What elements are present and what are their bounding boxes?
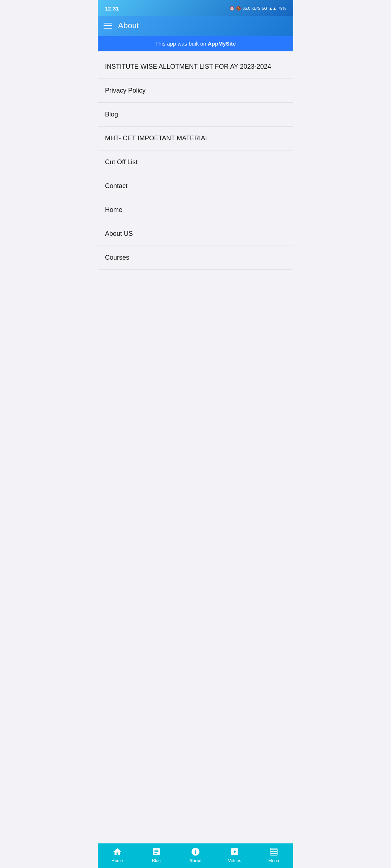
brand-name: AppMySite bbox=[208, 41, 236, 47]
banner-text: This app was built on AppMySite bbox=[155, 41, 236, 47]
page-title: About bbox=[118, 21, 139, 30]
menu-item-mht-cet[interactable]: MHT- CET IMPOETANT MATERIAL bbox=[98, 127, 293, 150]
menu-item-about-us[interactable]: About US bbox=[98, 222, 293, 246]
menu-item-cut-off-list[interactable]: Cut Off List bbox=[98, 150, 293, 174]
menu-item-blog[interactable]: Blog bbox=[98, 103, 293, 127]
hamburger-button[interactable] bbox=[104, 23, 112, 29]
app-header: About bbox=[98, 16, 293, 36]
signal-icon: ▲▲ bbox=[269, 6, 277, 10]
nav-label-videos: Videos bbox=[228, 858, 241, 863]
menu-item-contact[interactable]: Contact bbox=[98, 174, 293, 198]
menu-icon bbox=[269, 847, 279, 857]
menu-item-privacy-policy[interactable]: Privacy Policy bbox=[98, 79, 293, 103]
hamburger-line-1 bbox=[104, 23, 112, 24]
hamburger-line-3 bbox=[104, 28, 112, 29]
nav-item-about[interactable]: About bbox=[176, 847, 215, 863]
battery-icon: 79% bbox=[278, 6, 286, 10]
status-bar: 12:31 ⏰ 🔕 65.0 KB/S 5G ▲▲ 79% bbox=[98, 0, 293, 16]
nav-label-about: About bbox=[189, 858, 202, 863]
home-icon bbox=[112, 847, 122, 857]
promo-banner: This app was built on AppMySite bbox=[98, 36, 293, 51]
nav-item-blog[interactable]: Blog bbox=[137, 847, 176, 863]
menu-item-home[interactable]: Home bbox=[98, 198, 293, 222]
nav-item-menu[interactable]: Menu bbox=[254, 847, 293, 863]
blog-icon bbox=[151, 847, 161, 857]
nav-item-videos[interactable]: Videos bbox=[215, 847, 254, 863]
videos-icon bbox=[230, 847, 240, 857]
network-icon: 5G bbox=[262, 6, 268, 10]
nav-label-menu: Menu bbox=[268, 858, 279, 863]
nav-item-home[interactable]: Home bbox=[98, 847, 137, 863]
status-time: 12:31 bbox=[105, 5, 119, 12]
nav-label-home: Home bbox=[112, 858, 123, 863]
about-icon bbox=[190, 847, 201, 857]
mute-icon: 🔕 bbox=[236, 6, 241, 11]
nav-label-blog: Blog bbox=[152, 858, 161, 863]
bottom-nav: Home Blog About Videos bbox=[98, 843, 293, 868]
menu-list: INSTITUTE WISE ALLOTMENT LIST FOR AY 202… bbox=[98, 51, 293, 299]
hamburger-line-2 bbox=[104, 25, 112, 26]
menu-item-courses[interactable]: Courses bbox=[98, 246, 293, 270]
status-icons: ⏰ 🔕 65.0 KB/S 5G ▲▲ 79% bbox=[230, 6, 286, 11]
alarm-icon: ⏰ bbox=[230, 6, 235, 11]
data-speed: 65.0 KB/S bbox=[243, 6, 261, 10]
menu-item-allotment[interactable]: INSTITUTE WISE ALLOTMENT LIST FOR AY 202… bbox=[98, 55, 293, 79]
